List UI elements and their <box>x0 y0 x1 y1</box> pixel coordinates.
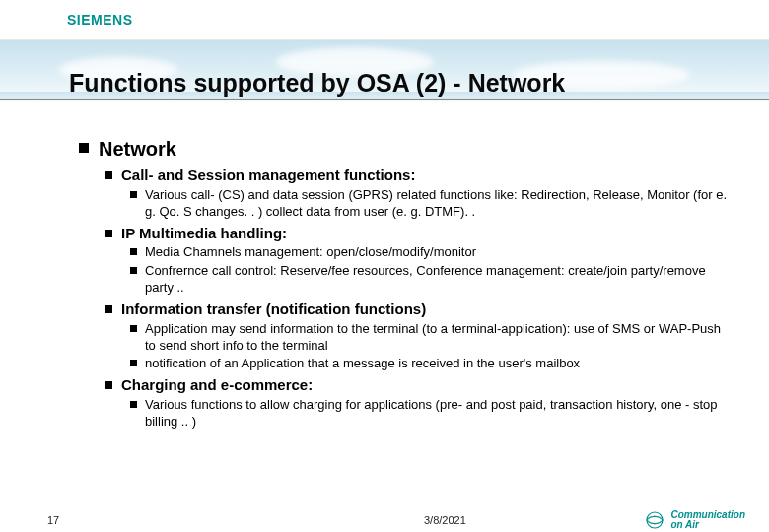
title-underline <box>0 99 769 100</box>
square-bullet-icon <box>105 230 112 237</box>
square-bullet-icon <box>105 171 112 179</box>
list-subitem: notification of an Application that a me… <box>130 356 730 372</box>
square-bullet-icon <box>130 191 137 198</box>
square-bullet-icon <box>105 381 112 389</box>
list-item: Charging and e-commerce: <box>105 376 730 395</box>
section-heading: Network <box>99 138 176 161</box>
square-bullet-icon <box>105 305 112 313</box>
subitem-text: Various call- (CS) and data session (GPR… <box>145 187 730 221</box>
section-row: Network <box>79 138 730 161</box>
square-bullet-icon <box>130 267 137 274</box>
footer-logo: Communication on Air <box>644 509 745 531</box>
header: SIEMENS <box>0 0 769 39</box>
square-bullet-icon <box>79 143 89 153</box>
list-subitem: Application may send information to the … <box>130 321 730 355</box>
item-heading: Information transfer (notification funct… <box>121 300 426 319</box>
subitem-text: Media Chamnels management: open/close/mo… <box>145 244 476 261</box>
list-item: Call- and Session management functions: <box>105 166 730 185</box>
subitem-text: Application may send information to the … <box>145 321 730 355</box>
list-subitem: Media Chamnels management: open/close/mo… <box>130 244 730 261</box>
square-bullet-icon <box>130 401 137 408</box>
subitem-text: notification of an Application that a me… <box>145 356 580 372</box>
subitem-text: Various functions to allow charging for … <box>145 397 730 431</box>
subitem-text: Confrernce call control: Reserve/fee res… <box>145 263 730 297</box>
square-bullet-icon <box>130 248 137 255</box>
footer-logo-text: Communication on Air <box>670 510 745 530</box>
footer-logo-line2: on Air <box>670 519 699 530</box>
list-subitem: Confrernce call control: Reserve/fee res… <box>130 263 730 297</box>
square-bullet-icon <box>130 360 137 366</box>
footer-date: 3/8/2021 <box>424 514 466 526</box>
list-item: Information transfer (notification funct… <box>105 300 730 319</box>
item-heading: Charging and e-commerce: <box>121 376 313 395</box>
list-subitem: Various call- (CS) and data session (GPR… <box>130 187 730 221</box>
item-heading: Call- and Session management functions: <box>121 166 415 185</box>
svg-point-0 <box>647 512 663 528</box>
item-heading: IP Multimedia handling: <box>121 225 287 243</box>
content-area: Network Call- and Session management fun… <box>79 138 730 432</box>
list-subitem: Various functions to allow charging for … <box>130 397 730 431</box>
globe-wave-icon <box>644 509 665 531</box>
slide-title: Functions supported by OSA (2) - Network <box>69 69 565 98</box>
square-bullet-icon <box>130 325 137 332</box>
brand-logo: SIEMENS <box>67 12 133 28</box>
list-item: IP Multimedia handling: <box>105 225 730 243</box>
page-number: 17 <box>47 514 59 526</box>
